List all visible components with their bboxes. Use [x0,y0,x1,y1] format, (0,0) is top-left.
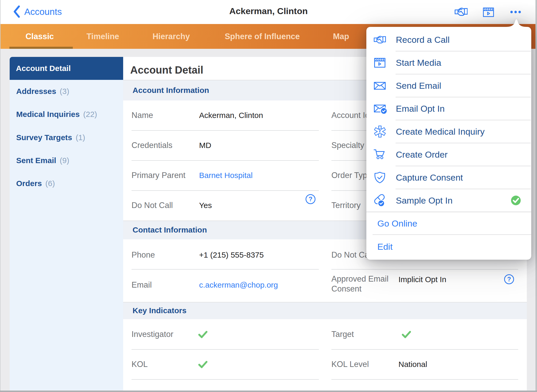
svg-text:?: ? [309,195,313,203]
svg-text:?: ? [507,276,511,283]
